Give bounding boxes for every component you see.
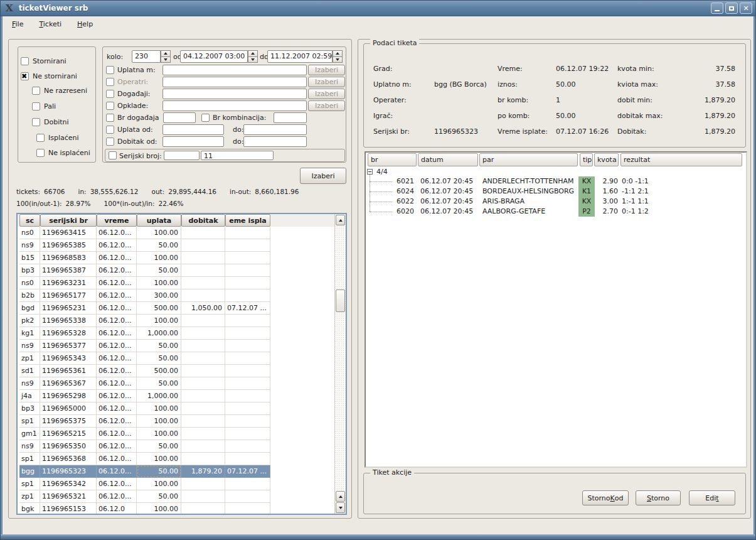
checkbox-br-kombinacija[interactable]	[201, 114, 210, 122]
kolo-down-button[interactable]	[161, 57, 171, 63]
checkbox-ne-isplaceni[interactable]	[36, 149, 45, 157]
pairs-column-header-4[interactable]: kvota	[594, 153, 619, 166]
scroll-up-button2[interactable]	[336, 491, 345, 502]
pairs-column-header-2[interactable]: par	[479, 153, 578, 166]
table-row[interactable]: ns9119696538506.12.0...50.00	[19, 239, 270, 252]
pairs-column-header-1[interactable]: datum	[418, 153, 478, 166]
kolo-up-button[interactable]	[161, 50, 171, 57]
table-row[interactable]: bp3119696538706.12.0...50.00	[19, 264, 270, 277]
table-row[interactable]: ns9119696536706.12.0...50.00	[19, 377, 270, 390]
filter-input-opklade[interactable]	[162, 100, 307, 111]
table-row[interactable]: zp1119696534306.12.0...50.00	[19, 352, 270, 365]
checkbox-serijski-broj[interactable]	[109, 151, 117, 159]
filter-input-operatri[interactable]	[162, 77, 307, 87]
cell: 1196965343	[40, 352, 97, 365]
br-dogadjaja-input[interactable]	[163, 112, 196, 123]
action-button-stornokod[interactable]: StornoKod	[582, 490, 629, 505]
checkbox-pali[interactable]	[32, 102, 40, 111]
checkbox-dobitni[interactable]	[32, 118, 40, 126]
vertical-scrollbar[interactable]	[334, 214, 346, 514]
table-row[interactable]: ns9119696537706.12.0...50.00	[19, 340, 270, 352]
column-header-1[interactable]: serijski br	[40, 214, 97, 227]
date-from-down-button[interactable]	[248, 57, 258, 63]
pairs-column-header-3[interactable]: tip	[580, 153, 593, 166]
table-row[interactable]: pk2119696533806.12.0...100.00	[19, 315, 270, 327]
checkbox-ne-razreseni[interactable]	[32, 87, 40, 95]
scroll-down-button[interactable]	[336, 502, 345, 513]
menu-help[interactable]: Help	[74, 19, 96, 30]
checkbox-operatri[interactable]	[106, 78, 114, 86]
table-row[interactable]: b15119696858306.12.0...100.00	[19, 252, 270, 264]
table-row[interactable]: j4a119696529806.12.0...1,000.00	[19, 390, 270, 402]
kolo-input[interactable]: 230	[132, 50, 161, 63]
checkbox-dobitak[interactable]	[106, 138, 114, 146]
uplata-do-input[interactable]	[243, 124, 307, 135]
pairs-row[interactable]: 602406.12.07 20:45BORDEAUX-HELSINGBORGK1…	[366, 186, 746, 197]
dobitak-do-input[interactable]	[243, 136, 307, 147]
column-header-0[interactable]: sc	[19, 214, 40, 227]
checkbox-stornirani[interactable]	[21, 57, 29, 65]
pairs-root-row[interactable]: 4/4	[366, 167, 746, 177]
ticket-actions-frame: Tiket akcije StornoKodStornoEdit	[363, 473, 746, 514]
checkbox-dogadjaji[interactable]	[106, 90, 114, 98]
table-row[interactable]: zp1119696532106.12.0...50.00	[19, 490, 270, 503]
close-button[interactable]: ✕	[740, 3, 752, 14]
action-button-storno[interactable]: Storno	[636, 490, 681, 505]
minimize-button[interactable]	[711, 3, 723, 14]
pairs-row[interactable]: 602106.12.07 20:45ANDERLECHT-TOTTENHAMKX…	[366, 176, 746, 186]
date-from-up-button[interactable]	[248, 50, 258, 57]
uplata-od-input[interactable]	[162, 124, 224, 135]
checkbox-isplaceni[interactable]	[36, 134, 45, 142]
izaberi-button-uplatna-m[interactable]: Izaberi	[308, 65, 345, 75]
table-row[interactable]: bgd119696523106.12.0...500.001,050.0007.…	[19, 302, 270, 315]
dobitak-od-input[interactable]	[162, 136, 224, 147]
date-to-up-button[interactable]	[333, 50, 343, 57]
menu-ticketi[interactable]: Ticketi	[36, 19, 65, 30]
table-row[interactable]: sp1119696537506.12.0...100.00	[19, 415, 270, 428]
pairs-row[interactable]: 602206.12.07 20:45ARIS-BRAGAKX3.001:-1 1…	[366, 197, 746, 207]
menu-file[interactable]: File	[9, 19, 26, 30]
column-header-3[interactable]: uplata	[137, 214, 181, 227]
table-row[interactable]: sp1119696534206.12.0...100.00	[19, 478, 270, 490]
pairs-row[interactable]: 602006.12.07 20:45AALBORG-GETAFEP22.700:…	[366, 207, 746, 217]
table-row[interactable]: ns0119696323106.12.0...100.00	[19, 277, 270, 289]
table-row[interactable]: ns0119696341506.12.0...100.00	[19, 227, 270, 239]
table-row[interactable]: ns9119696535006.12.0...50.00	[19, 440, 270, 453]
column-header-4[interactable]: dobitak	[181, 214, 225, 227]
checkbox-uplata[interactable]	[106, 126, 114, 134]
date-to-down-button[interactable]	[333, 57, 343, 63]
table-row[interactable]: sp1119696536806.12.0...100.00	[19, 453, 270, 465]
action-button-edit[interactable]: Edit	[689, 490, 735, 505]
table-row[interactable]: bgg119696532306.12.0...50.001,879.2007.1…	[19, 465, 270, 478]
tree-collapse-icon[interactable]	[367, 169, 373, 175]
serijski-broj-input1[interactable]	[164, 151, 200, 160]
date-to-input[interactable]: 11.12.2007 02:59	[267, 50, 333, 63]
serijski-broj-input2[interactable]: 11	[201, 151, 274, 160]
table-row[interactable]: kg1119696532806.12.0...1,000.00	[19, 327, 270, 340]
column-header-5[interactable]: eme ispla	[225, 214, 270, 227]
izaberi-button-operatri[interactable]: Izaberi	[308, 77, 345, 87]
pairs-column-header-0[interactable]: br	[368, 153, 417, 166]
checkbox-uplatna-m[interactable]	[106, 66, 114, 74]
maximize-button[interactable]	[725, 3, 738, 14]
checkbox-ne-stornirani[interactable]	[21, 72, 29, 80]
column-header-2[interactable]: vreme	[97, 214, 137, 227]
table-row[interactable]: sd1119696536106.12.0...500.00	[19, 365, 270, 377]
izaberi-button-dogadjaji[interactable]: Izaberi	[308, 89, 345, 99]
scroll-up-button[interactable]	[336, 215, 345, 225]
br-kombinacija-input[interactable]	[274, 112, 307, 123]
izaberi-button-opklade[interactable]: Izaberi	[308, 100, 345, 111]
checkbox-br-dogadjaja[interactable]	[106, 114, 114, 122]
date-from-input[interactable]: 04.12.2007 03:00	[180, 50, 248, 63]
pairs-column-header-5[interactable]: rezultat	[620, 153, 742, 166]
table-row[interactable]: bgk119696515306.12.0100.00	[19, 503, 270, 515]
table-row[interactable]: b2b119696517706.12.0...300.00	[19, 289, 270, 302]
right-panel: Podaci tiketa Grad:Vreme:06.12.07 19:22k…	[358, 39, 751, 519]
table-row[interactable]: bp3119696500006.12.0...100.00	[19, 402, 270, 415]
filter-input-uplatna-m[interactable]	[162, 65, 307, 75]
checkbox-opklade[interactable]	[106, 102, 114, 110]
table-row[interactable]: gm1119696521506.12.0...100.00	[19, 428, 270, 440]
filter-input-dogadjaji[interactable]	[162, 89, 307, 99]
izaberi-button[interactable]: Izaberi	[300, 168, 346, 184]
scrollbar-thumb[interactable]	[336, 289, 345, 312]
